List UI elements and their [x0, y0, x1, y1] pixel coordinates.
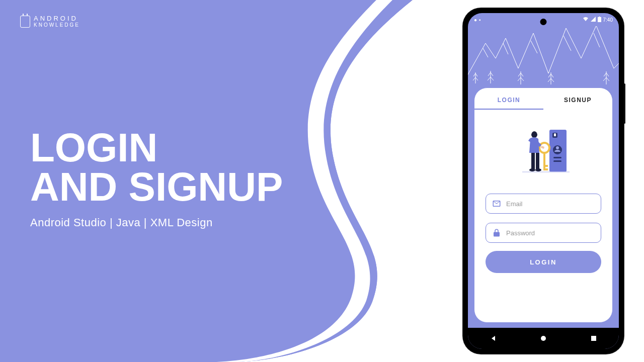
login-form [474, 180, 612, 243]
password-input[interactable] [506, 229, 595, 237]
email-field-wrapper[interactable] [486, 194, 601, 214]
phone-screen: ● ▪ 7:40 [468, 13, 619, 349]
svg-rect-11 [543, 168, 548, 170]
login-button-label: LOGIN [530, 258, 557, 266]
signal-icon [591, 17, 596, 23]
svg-rect-6 [553, 157, 561, 158]
svg-point-5 [556, 146, 559, 149]
svg-rect-19 [591, 336, 596, 341]
headline-subtitle: Android Studio | Java | XML Design [30, 216, 283, 229]
android-navbar [468, 328, 619, 349]
headline-line1: LOGIN [30, 125, 157, 170]
password-field-wrapper[interactable] [486, 223, 601, 243]
svg-rect-13 [531, 153, 535, 169]
tab-login-label: LOGIN [498, 97, 521, 104]
email-input[interactable] [506, 200, 595, 208]
svg-rect-7 [553, 160, 561, 162]
lock-icon [492, 228, 501, 237]
svg-rect-10 [543, 165, 548, 167]
email-icon [492, 199, 501, 208]
battery-icon [598, 17, 601, 23]
brand-logo: ANDROID KNOWLEDGE [20, 15, 80, 28]
nav-recent-button[interactable] [590, 334, 598, 342]
tab-login[interactable]: LOGIN [474, 97, 543, 104]
headline-line2: AND SIGNUP [30, 164, 283, 209]
svg-point-16 [535, 168, 541, 171]
status-app-icon: ▪ [479, 17, 481, 23]
headline-block: LOGIN AND SIGNUP Android Studio | Java |… [30, 128, 283, 229]
auth-tabs: LOGIN SIGNUP [474, 88, 612, 112]
nav-home-button[interactable] [539, 334, 547, 342]
login-card: LOGIN SIGNUP [474, 87, 613, 323]
login-illustration [474, 121, 612, 180]
tab-signup[interactable]: SIGNUP [543, 97, 612, 104]
phone-device-frame: ● ▪ 7:40 [463, 8, 624, 354]
svg-rect-0 [598, 17, 601, 22]
svg-rect-1 [599, 17, 600, 17]
svg-rect-14 [536, 153, 539, 169]
status-dot-icon: ● [474, 17, 477, 23]
hero-mountains [468, 26, 619, 93]
svg-point-18 [541, 336, 546, 341]
logo-line1: ANDROID [34, 15, 80, 22]
tab-signup-label: SIGNUP [564, 97, 592, 104]
logo-line2: KNOWLEDGE [34, 23, 80, 28]
nav-back-button[interactable] [489, 334, 497, 342]
wifi-icon [583, 17, 589, 23]
android-icon [20, 16, 30, 28]
status-time: 7:40 [603, 17, 613, 23]
svg-rect-9 [543, 152, 545, 170]
svg-point-15 [529, 168, 535, 171]
camera-notch [540, 19, 547, 25]
login-button[interactable]: LOGIN [486, 251, 601, 273]
